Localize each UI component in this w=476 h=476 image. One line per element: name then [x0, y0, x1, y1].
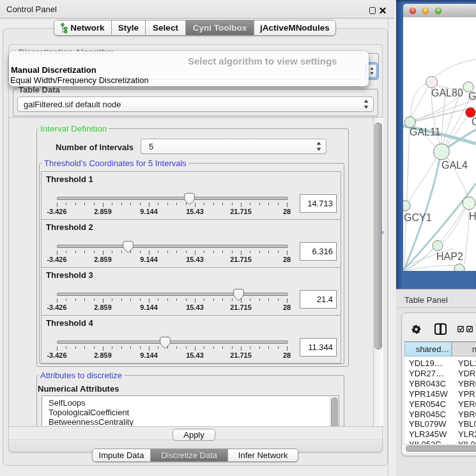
svg-text:HAP2: HAP2	[436, 251, 463, 262]
svg-text:GCY1: GCY1	[404, 212, 432, 223]
svg-text:GAL: GAL	[468, 91, 476, 102]
svg-text:GAL80: GAL80	[431, 88, 463, 98]
svg-text:GAL11: GAL11	[410, 127, 441, 137]
svg-text:HAP: HAP	[469, 211, 476, 222]
svg-text:GAL4: GAL4	[441, 160, 468, 171]
svg-text:CY: CY	[472, 116, 476, 127]
